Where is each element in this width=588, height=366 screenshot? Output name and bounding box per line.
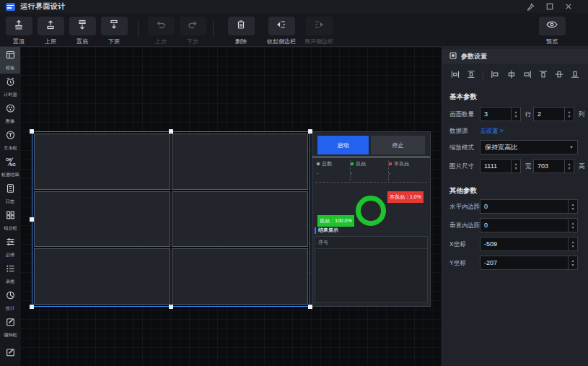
- distribute-vertical-icon[interactable]: [467, 69, 475, 82]
- preview-button[interactable]: 预览: [536, 17, 568, 45]
- sidebar-item-table[interactable]: 表格: [0, 261, 20, 287]
- toolbar-separator: [483, 71, 483, 79]
- log-icon: [5, 183, 16, 196]
- selection-handle[interactable]: [30, 305, 34, 309]
- grid-cell[interactable]: [172, 191, 308, 248]
- align-center-horizontal-icon[interactable]: [507, 69, 516, 82]
- toolbar-separator: [213, 20, 214, 38]
- align-top-icon[interactable]: [539, 69, 548, 82]
- sidebar-item-12[interactable]: [0, 341, 20, 366]
- section-basic-params: 基本参数: [449, 92, 588, 101]
- grid-cell[interactable]: [172, 248, 308, 305]
- good-rate-gauge: [356, 196, 386, 226]
- sidebar-item-combobox[interactable]: 组合框: [0, 207, 20, 234]
- undo-button[interactable]: 上步: [145, 17, 177, 45]
- y-coord-input[interactable]: [481, 256, 568, 269]
- table-header: 序号: [315, 237, 427, 249]
- h-padding-stepper[interactable]: ▴▾: [568, 200, 577, 213]
- cols-count-input[interactable]: [534, 108, 564, 121]
- sidebar-item-startstop[interactable]: 启停: [0, 234, 20, 261]
- sidebar-item-statistics[interactable]: 统计: [0, 287, 20, 314]
- toolbar-separator: [138, 20, 139, 38]
- selection-handle[interactable]: [308, 129, 312, 134]
- align-center-vertical-icon[interactable]: [555, 69, 563, 82]
- sidebar-item-detect-result[interactable]: OKNG 检测结果: [0, 154, 20, 180]
- image-width-input[interactable]: [481, 160, 511, 173]
- sidebar-item-timer[interactable]: 计时器: [0, 74, 20, 100]
- svg-text:NG: NG: [9, 162, 15, 167]
- sidebar-item-textbox[interactable]: 文本框: [0, 127, 20, 154]
- toolbar-label: 展开侧边栏: [304, 38, 333, 45]
- total-dot-icon: [317, 162, 320, 165]
- close-icon[interactable]: [565, 3, 572, 10]
- bring-to-front-button[interactable]: 置顶: [3, 17, 35, 45]
- image-height-stepper[interactable]: ▴▾: [564, 160, 574, 173]
- bring-to-front-icon: [13, 19, 25, 33]
- grid-cell[interactable]: [34, 134, 170, 190]
- start-button[interactable]: 启动: [317, 136, 369, 154]
- toolbar-label: 置顶: [13, 38, 25, 45]
- image-height-input[interactable]: [534, 160, 564, 173]
- counter-good: 良品 -: [351, 160, 389, 180]
- detection-stats-widget[interactable]: 启动 停止 总数 - 良品 - 不良品 - 不良品：1.0%: [312, 131, 431, 307]
- grid-cell[interactable]: [34, 248, 170, 305]
- grid-cell[interactable]: [172, 134, 308, 190]
- toolbar-label: 下步: [187, 38, 198, 45]
- selection-handle[interactable]: [308, 305, 312, 309]
- x-coord-input[interactable]: [481, 238, 568, 250]
- sidebar-item-template[interactable]: 模板: [0, 47, 20, 74]
- redo-button[interactable]: 下步: [177, 17, 209, 45]
- counter-total: 总数 -: [317, 160, 351, 180]
- toolbar-label: 下层: [108, 38, 120, 45]
- selection-handle[interactable]: [169, 129, 173, 134]
- grid-cell[interactable]: [34, 191, 170, 248]
- move-layer-down-button[interactable]: 下层: [98, 17, 130, 45]
- align-left-icon[interactable]: [491, 69, 499, 82]
- cols-count-stepper[interactable]: ▴▾: [564, 108, 574, 121]
- scale-mode-select[interactable]: 保持宽高比 ▾: [480, 140, 578, 154]
- x-coord-stepper[interactable]: ▴▾: [568, 238, 577, 250]
- result-table[interactable]: 序号: [315, 236, 428, 303]
- expand-sidebar-button[interactable]: 展开侧边栏: [303, 17, 335, 45]
- stop-button[interactable]: 停止: [371, 136, 425, 154]
- x-coord-row: X坐标 ▴▾: [442, 237, 588, 253]
- section-marker: [315, 227, 316, 234]
- toolbar-label: 预览: [546, 38, 558, 45]
- selection-handle[interactable]: [30, 129, 34, 134]
- data-source-link[interactable]: 去设置 >: [480, 127, 504, 136]
- collapse-sidebar-button[interactable]: 收起侧边栏: [266, 17, 297, 45]
- move-layer-up-button[interactable]: 上层: [35, 17, 66, 45]
- toolbar: 置顶 上层 置底 下层 上步 下步 删除 收起侧: [0, 13, 588, 47]
- settings-icon: [449, 52, 457, 61]
- grid-widget[interactable]: [32, 131, 310, 307]
- v-padding-stepper[interactable]: ▴▾: [568, 219, 577, 232]
- distribute-horizontal-icon[interactable]: [451, 69, 460, 82]
- selection-handle[interactable]: [30, 217, 34, 222]
- trash-icon: [235, 19, 247, 33]
- y-coord-stepper[interactable]: ▴▾: [568, 256, 577, 269]
- selection-handle[interactable]: [169, 305, 173, 309]
- toolbar-label: 上步: [155, 38, 167, 45]
- align-bottom-icon[interactable]: [571, 69, 579, 82]
- align-right-icon[interactable]: [523, 69, 532, 82]
- h-padding-input[interactable]: [481, 200, 568, 213]
- text-icon: [5, 130, 16, 143]
- expand-sidebar-icon: [313, 19, 325, 33]
- counter-defect: 不良品 -: [389, 160, 430, 180]
- edit-icon: [5, 347, 16, 360]
- rows-count-stepper[interactable]: ▴▾: [511, 108, 520, 121]
- sidebar-item-image[interactable]: 图像: [0, 100, 20, 127]
- delete-button[interactable]: 删除: [225, 17, 257, 45]
- sidebar-item-editbox[interactable]: 编辑框: [0, 314, 20, 341]
- rows-count-input[interactable]: [481, 108, 511, 121]
- sidebar-item-log[interactable]: 日志: [0, 180, 20, 207]
- panel-title: 参数设置: [461, 52, 487, 61]
- maximize-icon[interactable]: [546, 3, 553, 10]
- toolbar-label: 删除: [235, 38, 247, 45]
- timer-icon: [5, 77, 16, 90]
- send-to-back-button[interactable]: 置底: [66, 17, 98, 45]
- image-width-stepper[interactable]: ▴▾: [511, 160, 520, 173]
- v-padding-input[interactable]: [481, 219, 568, 232]
- pin-icon[interactable]: [527, 3, 535, 11]
- design-canvas[interactable]: 启动 停止 总数 - 良品 - 不良品 - 不良品：1.0%: [20, 47, 442, 366]
